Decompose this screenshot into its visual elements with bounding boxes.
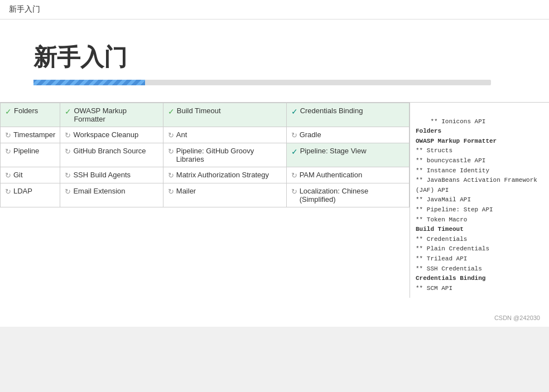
plugin-table: ✓Folders✓OWASP Markup Formatter✓Build Ti… bbox=[0, 103, 410, 207]
hero-title: 新手入门 bbox=[33, 42, 516, 73]
plugin-name: Folders bbox=[14, 107, 38, 115]
plugin-cell[interactable]: ↻Localization: Chinese (Simplified) bbox=[286, 183, 409, 207]
refresh-icon: ↻ bbox=[291, 131, 297, 139]
sidebar-line: OWASP Markup Formatter bbox=[416, 138, 497, 144]
plugin-cell[interactable]: ↻Mailer bbox=[163, 183, 286, 207]
plugin-name: Pipeline: GitHub Groovy Libraries bbox=[176, 147, 282, 163]
sidebar-line: Build Timeout bbox=[416, 226, 464, 233]
top-bar: 新手入门 bbox=[0, 0, 549, 20]
refresh-icon: ↻ bbox=[5, 131, 11, 139]
refresh-icon: ↻ bbox=[168, 171, 174, 180]
plugin-name: PAM Authentication bbox=[300, 171, 363, 179]
refresh-icon: ↻ bbox=[5, 171, 11, 180]
plugin-cell[interactable]: ✓OWASP Markup Formatter bbox=[60, 103, 163, 127]
progress-bar-container bbox=[33, 80, 491, 85]
plugin-name: Matrix Authorization Strategy bbox=[176, 171, 269, 179]
plugin-cell[interactable]: ↻Email Extension bbox=[60, 183, 163, 207]
plugin-cell[interactable]: ↻Pipeline: GitHub Groovy Libraries bbox=[163, 143, 286, 167]
refresh-icon: ↻ bbox=[168, 131, 174, 139]
refresh-icon: ↻ bbox=[65, 131, 71, 139]
sidebar-line: Credentials Binding bbox=[416, 275, 485, 282]
plugin-table-wrapper: ✓Folders✓OWASP Markup Formatter✓Build Ti… bbox=[0, 102, 410, 298]
plugin-cell[interactable]: ↻LDAP bbox=[1, 183, 60, 207]
refresh-icon: ↻ bbox=[65, 187, 71, 196]
check-icon: ✓ bbox=[65, 107, 71, 116]
plugin-cell[interactable]: ↻Workspace Cleanup bbox=[60, 127, 163, 143]
sidebar-line: ** JavaBeans Activation Framework (JAF) … bbox=[416, 177, 541, 193]
sidebar-line: ** SCM API bbox=[416, 285, 452, 292]
plugin-cell[interactable]: ↻Timestamper bbox=[1, 127, 60, 143]
plugin-cell[interactable]: ↻Git bbox=[1, 167, 60, 183]
check-icon: ✓ bbox=[5, 107, 12, 116]
plugin-name: Mailer bbox=[176, 187, 196, 195]
plugin-cell[interactable]: ↻Ant bbox=[163, 127, 286, 143]
sidebar-line: ** bouncycastle API bbox=[416, 157, 485, 164]
sidebar-line: ** Structs bbox=[416, 147, 452, 154]
check-teal-icon: ✓ bbox=[291, 107, 298, 116]
sidebar-line: Folders bbox=[416, 128, 441, 134]
plugin-section: ✓Folders✓OWASP Markup Formatter✓Build Ti… bbox=[0, 102, 549, 298]
plugin-cell[interactable]: ✓Pipeline: Stage View bbox=[286, 143, 409, 167]
refresh-icon: ↻ bbox=[5, 147, 11, 156]
plugin-name: Timestamper bbox=[13, 130, 55, 139]
sidebar-line: ** SSH Credentials bbox=[416, 265, 482, 272]
main-content: 新手入门 ✓Folders✓OWASP Markup Formatter✓Bui… bbox=[0, 20, 549, 309]
plugin-name: Credentials Binding bbox=[300, 107, 363, 115]
footer: CSDN @242030 bbox=[0, 309, 549, 327]
plugin-cell[interactable]: ✓Credentials Binding bbox=[286, 103, 409, 127]
sidebar-line: ** Instance Identity bbox=[416, 167, 489, 174]
hero-section: 新手入门 bbox=[0, 31, 549, 102]
sidebar-text: ** Ionicons APIFoldersOWASP Markup Forma… bbox=[410, 102, 549, 298]
progress-bar-fill bbox=[33, 80, 145, 85]
plugin-name: LDAP bbox=[13, 187, 32, 195]
refresh-icon: ↻ bbox=[291, 187, 297, 196]
refresh-icon: ↻ bbox=[65, 147, 71, 156]
plugin-name: Pipeline: Stage View bbox=[300, 147, 367, 155]
plugin-name: Pipeline bbox=[13, 147, 39, 155]
plugin-cell[interactable]: ↻SSH Build Agents bbox=[60, 167, 163, 183]
plugin-cell[interactable]: ↻Pipeline bbox=[1, 143, 60, 167]
footer-text: CSDN @242030 bbox=[494, 314, 540, 321]
top-bar-title: 新手入门 bbox=[9, 4, 40, 13]
plugin-cell[interactable]: ↻GitHub Branch Source bbox=[60, 143, 163, 167]
sidebar-line: ** Ionicons API bbox=[430, 118, 485, 125]
refresh-icon: ↻ bbox=[291, 171, 297, 180]
refresh-icon: ↻ bbox=[65, 171, 71, 180]
plugin-name: Gradle bbox=[300, 130, 321, 139]
plugin-name: Ant bbox=[176, 130, 187, 139]
sidebar-line: ** Plain Credentials bbox=[416, 245, 489, 252]
sidebar-line: ** Credentials bbox=[416, 236, 467, 243]
plugin-name: Workspace Cleanup bbox=[73, 130, 138, 139]
refresh-icon: ↻ bbox=[168, 147, 174, 156]
plugin-name: GitHub Branch Source bbox=[73, 147, 146, 155]
plugin-cell[interactable]: ✓Folders bbox=[1, 103, 60, 127]
plugin-cell[interactable]: ↻PAM Authentication bbox=[286, 167, 409, 183]
refresh-icon: ↻ bbox=[168, 187, 174, 196]
refresh-icon: ↻ bbox=[5, 187, 11, 196]
plugin-name: SSH Build Agents bbox=[73, 171, 131, 179]
plugin-name: Git bbox=[13, 171, 23, 179]
sidebar-line: ** Token Macro bbox=[416, 216, 467, 223]
plugin-cell[interactable]: ✓Build Timeout bbox=[163, 103, 286, 127]
plugin-cell[interactable]: ↻Gradle bbox=[286, 127, 409, 143]
plugin-cell[interactable]: ↻Matrix Authorization Strategy bbox=[163, 167, 286, 183]
plugin-name: Localization: Chinese (Simplified) bbox=[300, 187, 404, 204]
plugin-name: Email Extension bbox=[73, 187, 125, 195]
sidebar-line: ** Trilead API bbox=[416, 255, 467, 262]
check-icon: ✓ bbox=[168, 107, 175, 116]
plugin-name: Build Timeout bbox=[177, 107, 221, 115]
sidebar-line: ** Pipeline: Step API bbox=[416, 206, 493, 213]
sidebar-line: ** JavaMail API bbox=[416, 196, 471, 203]
check-teal-icon: ✓ bbox=[291, 147, 298, 156]
plugin-name: OWASP Markup Formatter bbox=[74, 107, 158, 123]
